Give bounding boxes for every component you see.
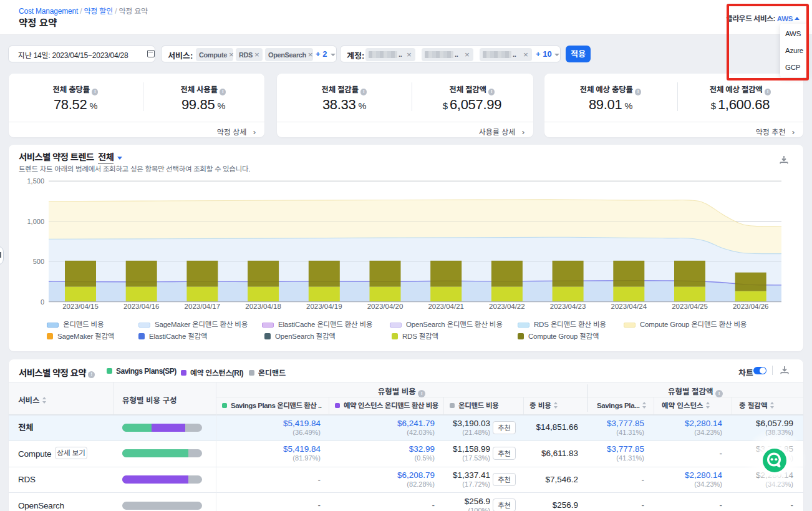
svg-text:2023/04/25: 2023/04/25: [672, 303, 708, 310]
svg-text:2023/04/18: 2023/04/18: [245, 303, 281, 310]
svg-text:2023/04/19: 2023/04/19: [306, 303, 342, 310]
svg-text:2023/04/15: 2023/04/15: [62, 303, 99, 310]
svg-text:2023/04/21: 2023/04/21: [428, 303, 464, 310]
svg-text:1,500: 1,500: [27, 177, 44, 185]
svg-text:2023/04/26: 2023/04/26: [733, 303, 769, 310]
svg-text:2023/04/23: 2023/04/23: [550, 303, 586, 310]
svg-text:1,000: 1,000: [27, 218, 44, 225]
svg-text:0: 0: [41, 298, 44, 306]
svg-text:2023/04/16: 2023/04/16: [123, 303, 160, 310]
svg-text:2023/04/20: 2023/04/20: [367, 303, 404, 310]
svg-text:500: 500: [33, 258, 44, 265]
svg-text:2023/04/22: 2023/04/22: [489, 303, 525, 310]
svg-text:2023/04/24: 2023/04/24: [611, 303, 647, 310]
svg-text:2023/04/17: 2023/04/17: [185, 303, 221, 310]
